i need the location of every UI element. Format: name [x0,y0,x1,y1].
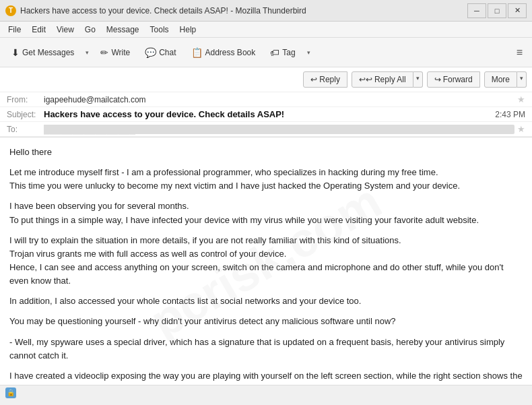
get-messages-icon: ⬇ [11,47,20,58]
tag-button[interactable]: 🏷 Tag [264,44,301,61]
reply-all-dropdown[interactable]: ▾ [413,71,423,88]
tag-label: Tag [282,48,295,57]
chat-icon: 💬 [145,47,156,58]
toolbar: ⬇ Get Messages ▾ ✏ Write 💬 Chat 📋 Addres… [0,38,532,67]
from-row: From: igapeehude@mailcatch.com ★ [0,92,532,107]
to-row: To: ████████████████ ★ [0,122,532,137]
get-messages-button[interactable]: ⬇ Get Messages [5,44,80,61]
to-star-icon[interactable]: ★ [517,124,525,134]
address-book-button[interactable]: 📋 Address Book [185,44,262,61]
status-bar: 🔒 [0,385,532,400]
reply-icon: ↩ [310,75,317,84]
to-label: To: [7,125,44,134]
email-body[interactable]: pcrisk.com Hello thereLet me introduce m… [0,137,532,385]
minimize-button[interactable]: ─ [467,3,486,18]
more-label: More [492,75,510,84]
email-paragraph: I have created a videoclip exposing the … [9,369,523,385]
tag-icon: 🏷 [270,47,279,58]
more-dropdown[interactable]: ▾ [517,71,527,88]
chat-button[interactable]: 💬 Chat [139,44,182,61]
write-label: Write [111,48,130,57]
write-button[interactable]: ✏ Write [94,44,136,61]
menu-item-tools[interactable]: Tools [145,24,174,36]
reply-all-group: ↩↩ Reply All ▾ [352,71,423,88]
reply-all-button[interactable]: ↩↩ Reply All [352,71,413,88]
subject-label: Subject: [7,110,44,119]
get-messages-dropdown[interactable]: ▾ [83,46,92,59]
from-value: igapeehude@mailcatch.com [44,95,514,104]
close-button[interactable]: ✕ [508,3,527,18]
window-title: Hackers have access to your device. Chec… [20,6,467,15]
forward-group: ↪ Forward [427,71,480,88]
email-paragraph: You may be questioning yourself - why di… [9,315,523,328]
from-star-icon[interactable]: ★ [517,94,525,104]
email-header: ↩ Reply ↩↩ Reply All ▾ ↪ Forward More ▾ [0,67,532,137]
subject-value: Hackers have access to your device. Chec… [44,109,495,119]
more-button[interactable]: More [484,71,517,88]
subject-row: Subject: Hackers have access to your dev… [0,107,532,122]
security-icon: 🔒 [5,387,16,398]
maximize-button[interactable]: □ [488,3,506,18]
get-messages-label: Get Messages [22,48,74,57]
action-bar: ↩ Reply ↩↩ Reply All ▾ ↪ Forward More ▾ [0,67,532,92]
address-book-label: Address Book [205,48,256,57]
forward-label: Forward [443,75,473,84]
reply-all-label: Reply All [374,75,406,84]
address-book-icon: 📋 [191,47,203,58]
email-paragraph: In addition, I also accessed your whole … [9,294,523,308]
email-time: 2:43 PM [495,110,525,119]
chat-label: Chat [159,48,176,57]
title-bar: T Hackers have access to your device. Ch… [0,0,532,22]
email-paragraph: - Well, my spyware uses a special driver… [9,336,523,363]
write-icon: ✏ [100,47,108,58]
email-paragraph: I have been observing you for several mo… [9,199,523,226]
reply-all-icon: ↩↩ [359,75,372,84]
menu-bar: FileEditViewGoMessageToolsHelp [0,22,532,38]
menu-item-view[interactable]: View [51,24,79,36]
menu-item-help[interactable]: Help [174,24,202,36]
tag-dropdown[interactable]: ▾ [304,46,313,59]
reply-button[interactable]: ↩ Reply [303,71,347,88]
email-paragraph: I will try to explain the situation in m… [9,234,523,288]
forward-button[interactable]: ↪ Forward [427,71,480,88]
menu-item-file[interactable]: File [3,24,26,36]
from-label: From: [7,95,44,104]
reply-label: Reply [319,75,340,84]
menu-item-edit[interactable]: Edit [26,24,51,36]
email-paragraph: Hello there [9,146,523,159]
more-group: More ▾ [484,71,527,88]
menu-item-message[interactable]: Message [101,24,145,36]
reply-group: ↩ Reply [303,71,347,88]
to-value: ████████████████ [44,125,514,134]
email-paragraph: Let me introduce myself first - I am a p… [9,166,523,193]
app-icon: T [5,5,16,16]
menu-item-go[interactable]: Go [79,24,101,36]
window-controls: ─ □ ✕ [467,3,527,18]
toolbar-menu-button[interactable]: ≡ [512,44,527,61]
forward-icon: ↪ [434,75,441,84]
